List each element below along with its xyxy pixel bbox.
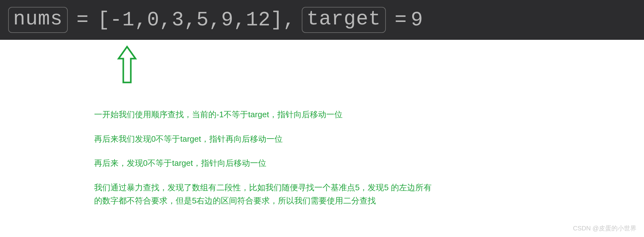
equals-sign-2: = [395,9,407,31]
variable-target-box: target [302,7,386,33]
explain-line-1: 一开始我们使用顺序查找，当前的-1不等于target，指针向后移动一位 [94,108,439,121]
explain-line-4: 我们通过暴力查找，发现了数组有二段性，比如我们随便寻找一个基准点5，发现5 的左… [94,181,439,207]
explain-line-2: 再后来我们发现0不等于target，指针再向后移动一位 [94,133,439,146]
pointer-arrow-holder [0,45,644,89]
target-value: 9 [411,9,423,31]
explanation-block: 一开始我们使用顺序查找，当前的-1不等于target，指针向后移动一位 再后来我… [94,108,439,207]
array-literal: [-1,0,3,5,9,12] [98,9,283,31]
comma-separator: , [283,9,295,31]
code-expression-bar: nums = [-1,0,3,5,9,12] , target = 9 [0,0,644,40]
variable-nums-box: nums [8,7,68,33]
explain-line-3: 再后来，发现0不等于target，指针向后移动一位 [94,157,439,170]
up-arrow-icon [116,45,138,86]
equals-sign-1: = [77,9,89,31]
watermark-text: CSDN @皮蛋的小世界 [573,224,636,233]
